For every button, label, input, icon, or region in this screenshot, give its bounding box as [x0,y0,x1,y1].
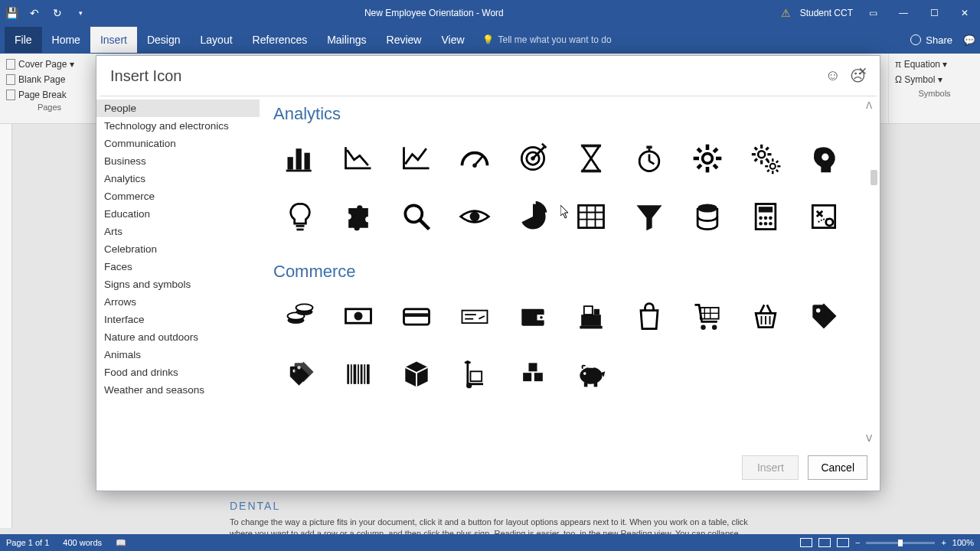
hourglass-icon[interactable] [564,132,618,185]
lightbulb-icon[interactable] [273,190,327,243]
check-icon[interactable] [448,289,501,343]
scroll-thumb[interactable] [871,170,877,185]
tab-references[interactable]: References [243,27,318,53]
scroll-up-icon[interactable]: ᐱ [866,100,878,111]
equation-button[interactable]: π Equation ▾ [895,57,974,72]
zoom-out-icon[interactable]: − [855,538,860,547]
spellcheck-icon[interactable]: 📖 [116,538,126,548]
cash-register-icon[interactable] [564,289,618,343]
stopwatch-icon[interactable] [622,132,676,185]
cancel-button[interactable]: Cancel [808,455,867,480]
read-mode-icon[interactable] [800,538,812,547]
barcode-icon[interactable] [332,347,385,401]
tell-me-search[interactable]: 💡 Tell me what you want to do [482,34,612,45]
pie-chart-icon[interactable] [506,190,560,243]
tab-home[interactable]: Home [42,27,90,53]
category-weather-and-seasons[interactable]: Weather and seasons [96,381,260,399]
strategy-icon[interactable] [797,190,851,243]
hand-truck-icon[interactable] [448,347,501,401]
puzzle-icon[interactable] [332,190,385,243]
cover-page-button[interactable]: Cover Page ▾ [6,57,93,72]
category-faces[interactable]: Faces [96,258,260,276]
tags-icon[interactable] [273,347,327,401]
gear-icon[interactable] [681,132,734,185]
comments-icon[interactable]: 💬 [963,34,975,46]
bar-chart-icon[interactable] [273,132,327,185]
tab-file[interactable]: File [5,27,42,53]
category-communication[interactable]: Communication [96,135,260,152]
qat-customize-icon[interactable]: ▾ [74,6,87,20]
category-arrows[interactable]: Arrows [96,293,260,311]
redo-icon[interactable]: ↻ [51,6,64,20]
save-icon[interactable]: 💾 [5,6,18,20]
feedback-smile-icon[interactable]: ☺ [825,67,841,85]
tab-design[interactable]: Design [137,27,191,53]
ribbon-display-icon[interactable]: ▭ [862,8,884,18]
category-signs-and-symbols[interactable]: Signs and symbols [96,276,260,293]
tab-view[interactable]: View [431,27,474,53]
coins-icon[interactable] [273,289,327,343]
zoom-in-icon[interactable]: + [941,538,946,547]
scroll-down-icon[interactable]: ᐯ [866,433,878,444]
symbol-button[interactable]: Ω Symbol ▾ [895,72,974,87]
category-business[interactable]: Business [96,152,260,170]
shopping-bag-icon[interactable] [622,289,676,343]
gears-icon[interactable] [739,132,792,185]
category-technology-and-electronics[interactable]: Technology and electronics [96,117,260,135]
zoom-level[interactable]: 100% [952,538,974,547]
table-icon[interactable] [564,190,618,243]
web-layout-icon[interactable] [837,538,849,547]
page-break-button[interactable]: Page Break [6,87,93,103]
share-button[interactable]: Share [910,34,952,46]
line-down-icon[interactable] [332,132,385,185]
zoom-slider[interactable] [866,542,935,544]
category-education[interactable]: Education [96,205,260,223]
price-tag-icon[interactable] [797,289,851,343]
boxes-icon[interactable] [506,347,560,401]
category-list[interactable]: PeopleTechnology and electronicsCommunic… [96,96,260,448]
eye-icon[interactable] [448,190,501,243]
wallet-icon[interactable] [506,289,560,343]
maximize-icon[interactable]: ☐ [923,8,945,18]
magnifier-icon[interactable] [390,190,443,243]
category-interface[interactable]: Interface [96,311,260,328]
line-up-icon[interactable] [390,132,443,185]
blank-page-button[interactable]: Blank Page [6,72,93,87]
insert-button[interactable]: Insert [742,455,799,480]
minimize-icon[interactable]: — [893,8,914,18]
cash-icon[interactable] [332,289,385,343]
brain-gear-icon[interactable] [797,132,851,185]
account-name[interactable]: Student CCT [800,8,853,18]
undo-icon[interactable]: ↶ [28,6,41,20]
word-count[interactable]: 400 words [63,538,102,547]
category-food-and-drinks[interactable]: Food and drinks [96,364,260,381]
credit-card-icon[interactable] [390,289,443,343]
close-icon[interactable]: ✕ [854,62,872,80]
category-people[interactable]: People [96,99,260,117]
tab-insert[interactable]: Insert [90,27,137,53]
category-animals[interactable]: Animals [96,346,260,364]
shopping-cart-icon[interactable] [681,289,734,343]
basket-icon[interactable] [739,289,792,343]
category-nature-and-outdoors[interactable]: Nature and outdoors [96,328,260,346]
page-indicator[interactable]: Page 1 of 1 [6,538,49,547]
target-icon[interactable] [506,132,560,185]
tab-review[interactable]: Review [377,27,432,53]
category-analytics[interactable]: Analytics [96,170,260,187]
funnel-icon[interactable] [622,190,676,243]
tab-mailings[interactable]: Mailings [317,27,376,53]
database-icon[interactable] [681,190,734,243]
category-celebration[interactable]: Celebration [96,240,260,258]
calculator-icon[interactable] [739,190,792,243]
piggy-bank-icon[interactable] [564,347,618,401]
package-icon[interactable] [390,347,443,401]
tab-layout[interactable]: Layout [191,27,243,53]
category-arts[interactable]: Arts [96,223,260,240]
print-layout-icon[interactable] [818,538,831,547]
warning-icon[interactable]: ⚠ [781,7,791,19]
category-commerce[interactable]: Commerce [96,187,260,205]
icon-pane[interactable]: ᐱ ᐯ Analytics Commerce [260,96,880,448]
gauge-icon[interactable] [448,132,501,185]
close-window-icon[interactable]: ✕ [954,8,975,18]
scrollbar[interactable]: ᐱ ᐯ [866,100,878,444]
